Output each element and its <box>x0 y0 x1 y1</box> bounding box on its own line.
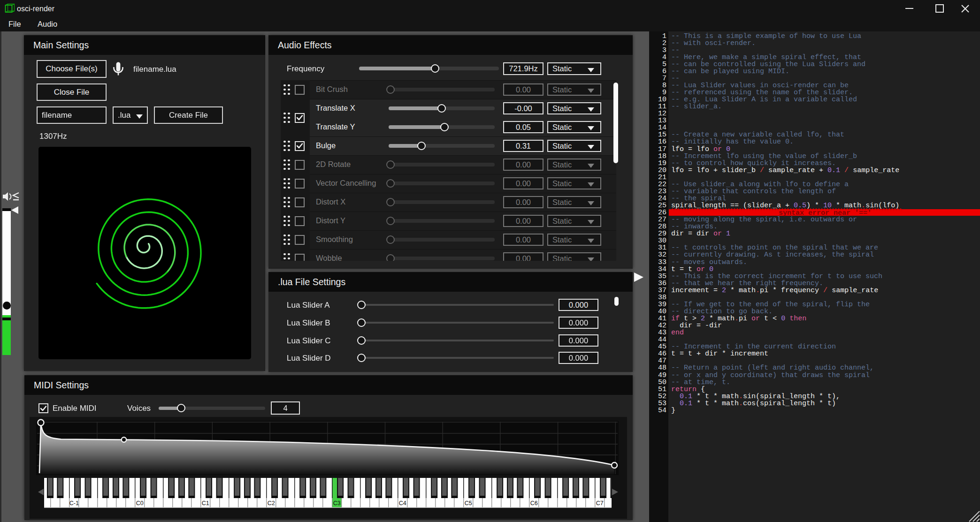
svg-text:C4: C4 <box>399 500 406 507</box>
svg-text:C5: C5 <box>465 500 472 507</box>
svg-text:C-1: C-1 <box>69 500 79 507</box>
svg-text:C3: C3 <box>333 500 341 507</box>
svg-text:C2: C2 <box>268 500 275 507</box>
svg-text:C7: C7 <box>596 500 604 507</box>
svg-text:C1: C1 <box>202 500 209 507</box>
svg-text:C6: C6 <box>530 500 538 507</box>
svg-text:C0: C0 <box>136 500 144 507</box>
